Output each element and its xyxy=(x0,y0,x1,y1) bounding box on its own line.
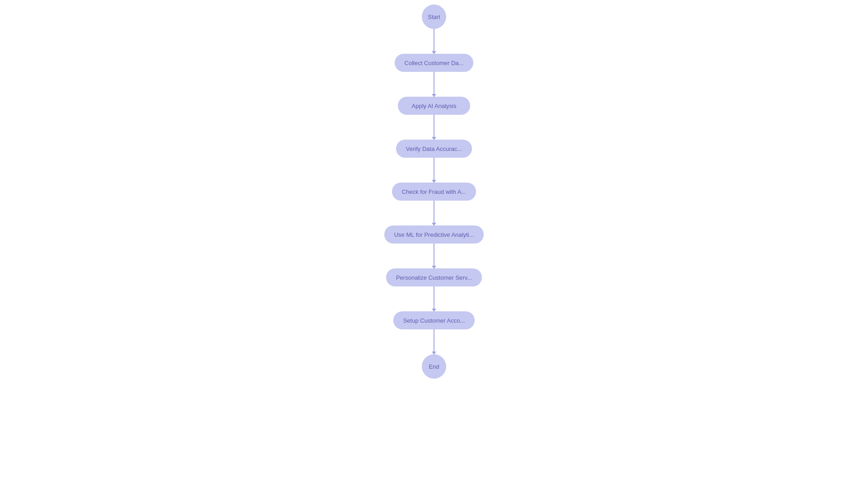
connector-1 xyxy=(434,29,434,54)
node-check-fraud[interactable]: Check for Fraud with A... xyxy=(392,183,476,201)
connector-7 xyxy=(434,286,434,311)
flowchart: Start Collect Customer Da... Apply AI An… xyxy=(0,0,868,488)
connector-6 xyxy=(434,244,434,268)
node-check-fraud-label: Check for Fraud with A... xyxy=(402,188,466,195)
node-apply-ai[interactable]: Apply AI Analysis xyxy=(398,97,470,115)
node-personalize-label: Personalize Customer Serv... xyxy=(396,274,472,281)
connector-4 xyxy=(434,158,434,183)
node-verify[interactable]: Verify Data Accurac... xyxy=(396,140,472,158)
connector-3 xyxy=(434,115,434,140)
node-setup[interactable]: Setup Customer Acco... xyxy=(393,311,475,329)
connector-2 xyxy=(434,72,434,97)
node-end[interactable]: End xyxy=(422,354,446,379)
node-personalize[interactable]: Personalize Customer Serv... xyxy=(386,268,482,286)
node-setup-label: Setup Customer Acco... xyxy=(403,317,465,324)
node-verify-label: Verify Data Accurac... xyxy=(406,145,462,152)
node-use-ml[interactable]: Use ML for Predictive Analyti... xyxy=(384,225,484,244)
node-collect[interactable]: Collect Customer Da... xyxy=(395,54,474,72)
connector-8 xyxy=(434,329,434,354)
node-start[interactable]: Start xyxy=(422,5,446,29)
node-start-label: Start xyxy=(428,14,440,20)
node-collect-label: Collect Customer Da... xyxy=(405,60,464,66)
node-use-ml-label: Use ML for Predictive Analyti... xyxy=(394,231,474,238)
node-end-label: End xyxy=(429,363,439,370)
connector-5 xyxy=(434,201,434,225)
node-apply-ai-label: Apply AI Analysis xyxy=(412,103,457,109)
